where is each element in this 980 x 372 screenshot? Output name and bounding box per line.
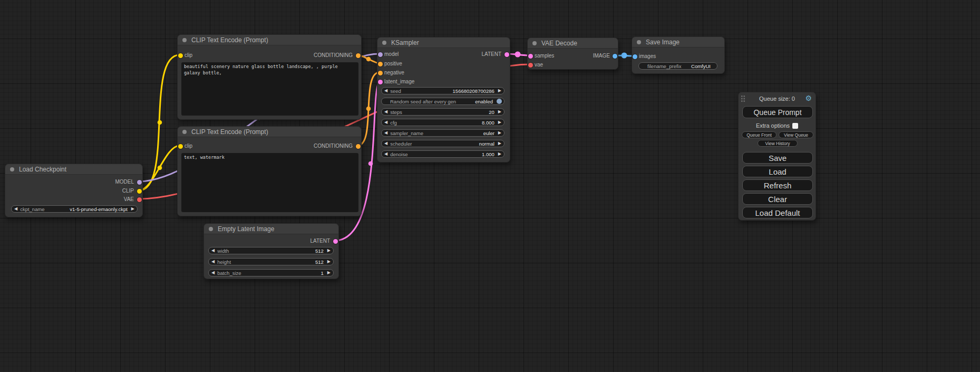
node-title[interactable]: Load Checkpoint (5, 164, 142, 175)
port-conditioning-output[interactable] (356, 144, 361, 149)
increment-arrow-icon[interactable]: ▶ (327, 270, 331, 276)
decrement-arrow-icon[interactable]: ◀ (384, 130, 387, 136)
node-save-image[interactable]: Save Image images filename_prefix ComfyU… (632, 36, 725, 74)
port-clip-input[interactable] (178, 53, 183, 58)
batch-size-widget[interactable]: ◀ batch_size 1 ▶ (208, 269, 334, 276)
node-clip-text-encode-positive[interactable]: CLIP Text Encode (Prompt) clip CONDITION… (177, 34, 362, 120)
decrement-arrow-icon[interactable]: ◀ (384, 109, 387, 115)
decrement-arrow-icon[interactable]: ◀ (384, 151, 387, 157)
ckpt-name-widget[interactable]: ◀ ckpt_name v1-5-pruned-emaonly.ckpt ▶ (11, 205, 138, 213)
node-clip-text-encode-negative[interactable]: CLIP Text Encode (Prompt) clip CONDITION… (177, 126, 362, 216)
node-title[interactable]: Empty Latent Image (204, 224, 338, 234)
increment-arrow-icon[interactable]: ▶ (498, 109, 501, 115)
port-images-input[interactable] (633, 54, 637, 59)
decrement-arrow-icon[interactable]: ◀ (14, 206, 17, 212)
decrement-arrow-icon[interactable]: ◀ (384, 140, 387, 147)
node-load-checkpoint[interactable]: Load Checkpoint MODEL CLIP VAE ◀ ckpt_na… (5, 164, 143, 217)
random-seed-toggle[interactable] (497, 99, 502, 104)
port-image-output[interactable] (613, 54, 617, 59)
extra-options-checkbox[interactable] (792, 123, 798, 129)
increment-arrow-icon[interactable]: ▶ (327, 247, 331, 254)
decrement-arrow-icon[interactable]: ◀ (211, 259, 215, 265)
collapse-dot-icon[interactable] (532, 41, 537, 45)
increment-arrow-icon[interactable]: ▶ (327, 259, 331, 265)
increment-arrow-icon[interactable]: ▶ (498, 130, 501, 136)
port-conditioning-output[interactable] (356, 53, 361, 58)
port-negative-input[interactable] (378, 71, 383, 75)
decrement-arrow-icon[interactable]: ◀ (211, 247, 215, 254)
increment-arrow-icon[interactable]: ▶ (131, 206, 134, 212)
link-dot (622, 53, 627, 59)
link-dot (366, 57, 371, 62)
output-label-conditioning: CONDITIONING (314, 142, 353, 150)
node-title[interactable]: CLIP Text Encode (Prompt) (178, 35, 361, 45)
collapse-dot-icon[interactable] (209, 227, 213, 231)
cfg-widget[interactable]: ◀ cfg 8.000 ▶ (381, 119, 504, 126)
collapse-dot-icon[interactable] (637, 40, 641, 44)
link-dot (515, 52, 521, 58)
scheduler-widget[interactable]: ◀ scheduler normal ▶ (381, 140, 504, 147)
save-button[interactable]: Save (742, 152, 813, 164)
port-latent-image-input[interactable] (378, 80, 383, 84)
positive-prompt-textarea[interactable]: beautiful scenery nature glass bottle la… (181, 62, 358, 116)
collapse-dot-icon[interactable] (382, 41, 386, 45)
decrement-arrow-icon[interactable]: ◀ (384, 88, 387, 94)
denoise-widget[interactable]: ◀ denoise 1.000 ▶ (381, 150, 504, 158)
port-clip-output[interactable] (137, 189, 142, 194)
link-dot (366, 107, 371, 111)
input-label-clip: clip (185, 52, 192, 59)
port-samples-input[interactable] (528, 54, 533, 59)
refresh-button[interactable]: Refresh (742, 179, 813, 191)
node-ksampler[interactable]: KSampler model positive negative latent_… (377, 37, 510, 163)
queue-front-button[interactable]: Queue Front (742, 131, 777, 138)
collapse-dot-icon[interactable] (182, 38, 187, 42)
node-vae-decode[interactable]: VAE Decode samples vae IMAGE (527, 37, 618, 70)
view-history-button[interactable]: View History (758, 140, 798, 147)
port-clip-input[interactable] (178, 144, 183, 149)
decrement-arrow-icon[interactable]: ◀ (384, 119, 387, 126)
port-positive-input[interactable] (378, 62, 383, 66)
increment-arrow-icon[interactable]: ▶ (498, 140, 501, 147)
port-vae-output[interactable] (137, 197, 142, 202)
input-label-samples: samples (535, 52, 554, 60)
input-label-vae: vae (535, 61, 543, 69)
port-model-input[interactable] (378, 52, 383, 57)
width-widget[interactable]: ◀ width 512 ▶ (208, 247, 334, 254)
load-button[interactable]: Load (742, 166, 813, 177)
input-label-negative: negative (384, 69, 404, 77)
negative-prompt-textarea[interactable]: text, watermark (181, 153, 358, 212)
decrement-arrow-icon[interactable]: ◀ (211, 270, 215, 276)
graph-canvas[interactable]: Load Checkpoint MODEL CLIP VAE ◀ ckpt_na… (0, 0, 980, 372)
port-vae-input[interactable] (528, 63, 533, 68)
port-latent-output[interactable] (333, 239, 338, 244)
output-label-latent: LATENT (310, 237, 330, 245)
input-label-clip: clip (185, 142, 192, 150)
sampler-name-widget[interactable]: ◀ sampler_name euler ▶ (381, 129, 504, 137)
view-queue-button[interactable]: View Queue (779, 131, 813, 138)
node-title[interactable]: KSampler (377, 37, 510, 48)
increment-arrow-icon[interactable]: ▶ (498, 119, 501, 126)
node-title[interactable]: VAE Decode (528, 38, 618, 49)
port-latent-output[interactable] (504, 52, 509, 57)
height-widget[interactable]: ◀ height 512 ▶ (208, 258, 334, 265)
collapse-dot-icon[interactable] (10, 167, 14, 171)
queue-prompt-button[interactable]: Queue Prompt (742, 106, 813, 118)
input-label-positive: positive (384, 60, 402, 68)
node-title[interactable]: Save Image (632, 37, 724, 47)
steps-widget[interactable]: ◀ steps 20 ▶ (381, 108, 504, 116)
random-seed-widget[interactable]: Random seed after every gen enabled (381, 98, 504, 105)
queue-panel: Queue size: 0 ⚙ Queue Prompt Extra optio… (738, 92, 816, 221)
output-label-vae: VAE (124, 196, 134, 203)
input-label-model: model (384, 51, 399, 58)
clear-button[interactable]: Clear (742, 193, 813, 205)
filename-prefix-widget[interactable]: filename_prefix ComfyUI (638, 62, 717, 70)
collapse-dot-icon[interactable] (182, 130, 187, 134)
increment-arrow-icon[interactable]: ▶ (498, 151, 501, 157)
seed-widget[interactable]: ◀ seed 156680208700286 ▶ (381, 87, 504, 94)
gear-icon[interactable]: ⚙ (805, 94, 812, 102)
node-title[interactable]: CLIP Text Encode (Prompt) (178, 127, 361, 137)
node-empty-latent-image[interactable]: Empty Latent Image LATENT ◀ width 512 ▶ … (203, 223, 339, 279)
load-default-button[interactable]: Load Default (742, 207, 813, 218)
increment-arrow-icon[interactable]: ▶ (498, 88, 501, 94)
port-model-output[interactable] (137, 180, 142, 185)
